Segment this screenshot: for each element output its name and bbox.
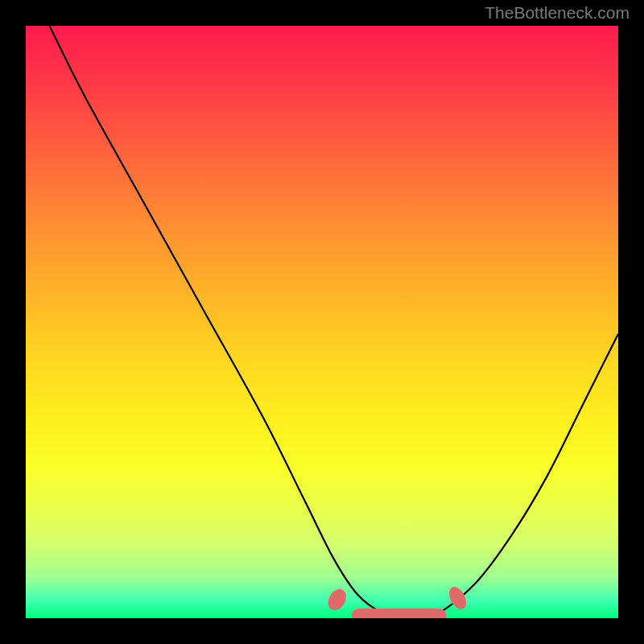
curve-line	[49, 26, 618, 618]
marker-band	[324, 584, 469, 618]
svg-rect-0	[352, 609, 447, 618]
watermark-text: TheBottleneck.com	[485, 3, 630, 23]
svg-point-1	[324, 586, 349, 613]
chart-plot-area	[26, 26, 618, 618]
chart-svg	[26, 26, 618, 618]
svg-point-2	[446, 584, 470, 613]
